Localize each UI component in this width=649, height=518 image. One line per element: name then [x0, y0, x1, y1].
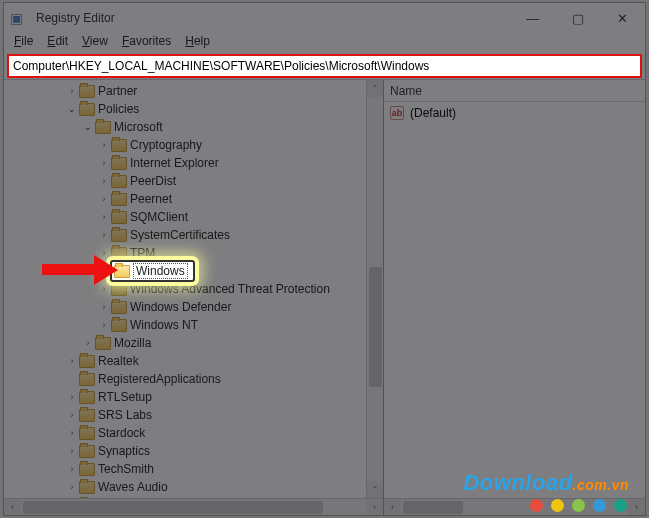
chevron-right-icon[interactable]: › — [98, 212, 110, 222]
tree-node-ie[interactable]: › Internet Explorer — [4, 154, 383, 172]
tree-node-sqm[interactable]: › SQMClient — [4, 208, 383, 226]
window-title: Registry Editor — [36, 11, 510, 25]
scroll-up-button[interactable]: ˄ — [367, 80, 384, 97]
folder-icon — [111, 301, 127, 314]
chevron-right-icon[interactable]: › — [98, 176, 110, 186]
string-value-icon: ab — [390, 106, 404, 120]
tree-node-stardock[interactable]: › Stardock — [4, 424, 383, 442]
value-row-default[interactable]: ab (Default) — [384, 104, 645, 122]
tree-node-partner[interactable]: › Partner — [4, 82, 383, 100]
tree-node-waves[interactable]: › Waves Audio — [4, 478, 383, 496]
tree-node-peernet[interactable]: › Peernet — [4, 190, 383, 208]
folder-icon — [111, 211, 127, 224]
chevron-right-icon[interactable]: › — [66, 410, 78, 420]
menu-edit-label: dit — [55, 34, 68, 48]
folder-icon — [79, 409, 95, 422]
tree-node-wnt[interactable]: › Windows NT — [4, 316, 383, 334]
dot-icon — [593, 499, 606, 512]
chevron-right-icon[interactable]: › — [98, 140, 110, 150]
chevron-right-icon[interactable]: › — [66, 428, 78, 438]
chevron-down-icon[interactable]: ⌄ — [82, 122, 94, 132]
tree-node-techsmith[interactable]: › TechSmith — [4, 460, 383, 478]
dot-icon — [572, 499, 585, 512]
chevron-right-icon[interactable]: › — [98, 302, 110, 312]
chevron-right-icon[interactable]: › — [98, 194, 110, 204]
scroll-thumb[interactable] — [369, 267, 382, 387]
folder-icon — [111, 193, 127, 206]
menu-file-label: ile — [21, 34, 33, 48]
tree-vertical-scrollbar[interactable]: ˄ ˅ — [366, 80, 383, 498]
chevron-right-icon[interactable]: › — [98, 158, 110, 168]
tree-node-rtlsetup[interactable]: › RTLSetup — [4, 388, 383, 406]
chevron-right-icon[interactable]: › — [66, 356, 78, 366]
registry-tree[interactable]: › Partner ⌄ Policies ⌄ Microsoft — [4, 80, 383, 498]
scroll-right-button[interactable]: › — [366, 499, 383, 516]
menu-help[interactable]: Help — [179, 33, 216, 53]
chevron-right-icon[interactable]: › — [66, 392, 78, 402]
chevron-right-icon[interactable]: › — [66, 86, 78, 96]
tree-node-wdef[interactable]: › Windows Defender — [4, 298, 383, 316]
tree-horizontal-scrollbar[interactable]: ‹ › — [4, 498, 383, 515]
scroll-track[interactable] — [367, 97, 383, 481]
tree-node-watp[interactable]: › Windows Advanced Threat Protection — [4, 280, 383, 298]
column-header[interactable]: Name — [384, 80, 645, 102]
scroll-left-button[interactable]: ‹ — [4, 499, 21, 516]
scroll-thumb[interactable] — [403, 501, 463, 514]
chevron-right-icon[interactable]: › — [98, 284, 110, 294]
chevron-right-icon[interactable]: › — [98, 230, 110, 240]
tree-node-peerdist[interactable]: › PeerDist — [4, 172, 383, 190]
dot-icon — [614, 499, 627, 512]
chevron-right-icon[interactable]: › — [66, 446, 78, 456]
scroll-right-button[interactable]: › — [628, 499, 645, 516]
selected-node-highlight: Windows — [110, 260, 195, 282]
tree-node-policies[interactable]: ⌄ Policies — [4, 100, 383, 118]
tree-node-cryptography[interactable]: › Cryptography — [4, 136, 383, 154]
content-split: › Partner ⌄ Policies ⌄ Microsoft — [4, 79, 645, 515]
tree-node-windows[interactable]: › Windows — [4, 262, 383, 280]
chevron-right-icon[interactable]: › — [98, 320, 110, 330]
folder-icon — [114, 265, 130, 278]
watermark-dots — [530, 499, 627, 512]
menu-favorites[interactable]: Favorites — [116, 33, 177, 53]
tree-node-mozilla[interactable]: › Mozilla — [4, 334, 383, 352]
folder-icon — [79, 103, 95, 116]
tree-pane: › Partner ⌄ Policies ⌄ Microsoft — [4, 80, 384, 515]
chevron-down-icon[interactable]: ⌄ — [66, 104, 78, 114]
folder-icon — [111, 247, 127, 260]
address-path: Computer\HKEY_LOCAL_MACHINE\SOFTWARE\Pol… — [13, 59, 429, 73]
close-button[interactable]: ✕ — [600, 3, 645, 33]
folder-icon — [111, 139, 127, 152]
tree-node-syscert[interactable]: › SystemCertificates — [4, 226, 383, 244]
tree-node-regapps[interactable]: · RegisteredApplications — [4, 370, 383, 388]
chevron-right-icon[interactable]: › — [82, 338, 94, 348]
window-controls: — ▢ ✕ — [510, 3, 645, 33]
chevron-right-icon[interactable]: › — [66, 464, 78, 474]
tree-node-synaptics[interactable]: › Synaptics — [4, 442, 383, 460]
folder-icon — [79, 373, 95, 386]
chevron-right-icon[interactable]: › — [66, 482, 78, 492]
maximize-button[interactable]: ▢ — [555, 3, 600, 33]
scroll-thumb[interactable] — [23, 501, 323, 514]
folder-icon — [95, 121, 111, 134]
tree-node-microsoft[interactable]: ⌄ Microsoft — [4, 118, 383, 136]
tree-label-windows: Windows — [133, 263, 188, 279]
tree-node-tpm[interactable]: › TPM — [4, 244, 383, 262]
folder-icon — [95, 337, 111, 350]
chevron-right-icon[interactable]: › — [98, 266, 110, 276]
folder-icon — [79, 391, 95, 404]
minimize-button[interactable]: — — [510, 3, 555, 33]
app-icon: ▣ — [10, 10, 30, 26]
tree-node-realtek[interactable]: › Realtek — [4, 352, 383, 370]
folder-icon — [79, 427, 95, 440]
address-bar[interactable]: Computer\HKEY_LOCAL_MACHINE\SOFTWARE\Pol… — [8, 55, 641, 77]
scroll-left-button[interactable]: ‹ — [384, 499, 401, 516]
menu-edit[interactable]: Edit — [41, 33, 74, 53]
scroll-down-button[interactable]: ˅ — [367, 481, 384, 498]
tree-node-srs[interactable]: › SRS Labs — [4, 406, 383, 424]
menu-view[interactable]: View — [76, 33, 114, 53]
folder-icon — [111, 157, 127, 170]
menu-file[interactable]: File — [8, 33, 39, 53]
chevron-right-icon[interactable]: › — [98, 248, 110, 258]
values-list[interactable]: ab (Default) — [384, 102, 645, 498]
scroll-track[interactable] — [21, 499, 366, 515]
